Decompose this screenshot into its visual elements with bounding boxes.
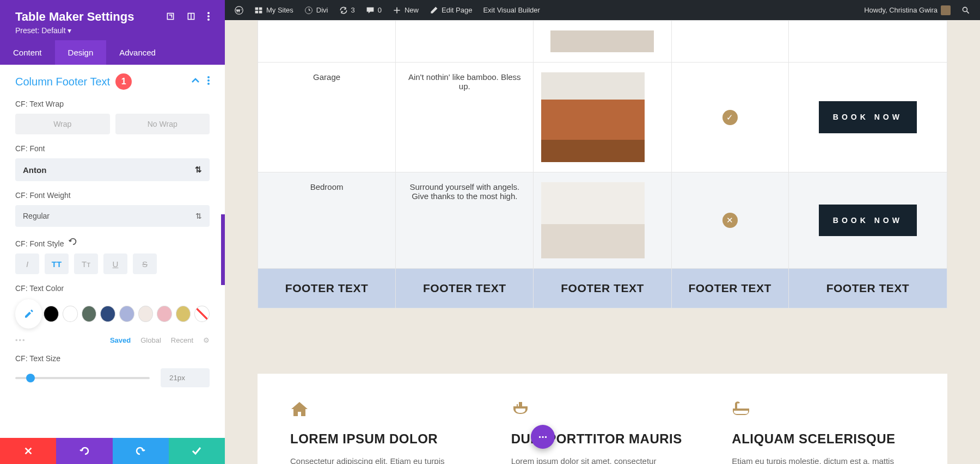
book-now-button[interactable]: BOOK NOW bbox=[819, 205, 917, 236]
panel-tabs: Content Design Advanced bbox=[0, 40, 225, 65]
section-menu-icon[interactable] bbox=[207, 76, 210, 87]
preset-label[interactable]: Preset: Default ▾ bbox=[15, 26, 210, 35]
color-swatch[interactable] bbox=[100, 306, 115, 322]
expand-icon[interactable] bbox=[166, 12, 175, 22]
book-now-button[interactable]: BOOK NOW bbox=[819, 101, 917, 133]
menu-icon[interactable] bbox=[207, 12, 210, 22]
search-toggle[interactable] bbox=[956, 0, 976, 20]
wp-logo[interactable] bbox=[229, 0, 249, 20]
color-swatch[interactable] bbox=[157, 306, 172, 322]
exit-visual-builder-link[interactable]: Exit Visual Builder bbox=[477, 0, 546, 20]
table-row: Garage Ain't nothin' like bamboo. Bless … bbox=[258, 63, 947, 172]
label-font-style: CF: Font Style bbox=[15, 237, 210, 248]
label-text-wrap: CF: Text Wrap bbox=[15, 100, 210, 108]
more-dots-icon[interactable]: ••• bbox=[15, 336, 26, 344]
panel-header: Table Maker Settings Preset: Default ▾ bbox=[0, 0, 225, 40]
smallcaps-button[interactable]: Tт bbox=[74, 253, 98, 274]
undo-button[interactable] bbox=[56, 438, 112, 464]
blurb-text: Lorem ipsum dolor sit amet, consectetur … bbox=[511, 454, 694, 464]
nowrap-button[interactable]: No Wrap bbox=[115, 114, 210, 134]
blurb-text: Etiam eu turpis molestie, dictum est a, … bbox=[732, 454, 915, 464]
svg-point-6 bbox=[207, 12, 210, 14]
wrap-button[interactable]: Wrap bbox=[15, 114, 110, 134]
color-tab-saved[interactable]: Saved bbox=[110, 336, 131, 344]
comment-icon bbox=[366, 6, 375, 15]
check-icon: ✓ bbox=[722, 110, 738, 125]
panel-body: Column Footer Text 1 CF: Text Wrap Wrap … bbox=[0, 65, 225, 438]
cell-desc: Ain't nothin' like bamboo. Bless up. bbox=[396, 63, 534, 172]
footer-cell: FOOTER TEXT bbox=[534, 269, 671, 308]
color-tab-recent[interactable]: Recent bbox=[171, 336, 193, 344]
color-swatch[interactable] bbox=[44, 306, 59, 322]
table-row bbox=[258, 21, 947, 63]
slider-thumb[interactable] bbox=[26, 374, 35, 382]
eyedropper-button[interactable] bbox=[15, 299, 42, 329]
blurb: LOREM IPSUM DOLOR Consectetur adipiscing… bbox=[290, 401, 473, 464]
my-sites-link[interactable]: My Sites bbox=[249, 0, 299, 20]
howdy-user[interactable]: Howdy, Christina Gwira bbox=[859, 0, 956, 20]
svg-point-11 bbox=[207, 83, 210, 85]
reset-icon[interactable] bbox=[68, 237, 78, 246]
font-select[interactable]: Anton⇅ bbox=[15, 158, 210, 181]
svg-point-10 bbox=[207, 79, 210, 82]
color-swatch[interactable] bbox=[138, 306, 154, 322]
color-tab-global[interactable]: Global bbox=[140, 336, 161, 344]
color-swatch-none[interactable] bbox=[194, 306, 210, 322]
comments-link[interactable]: 0 bbox=[360, 0, 387, 20]
label-text-size: CF: Text Size bbox=[15, 354, 210, 363]
save-button[interactable] bbox=[169, 438, 225, 464]
panel-footer bbox=[0, 438, 225, 464]
color-swatch[interactable] bbox=[63, 306, 78, 322]
tab-content[interactable]: Content bbox=[0, 40, 55, 65]
cancel-button[interactable] bbox=[0, 438, 56, 464]
blurb: ALIQUAM SCELERISQUE Etiam eu turpis mole… bbox=[732, 401, 915, 464]
new-link[interactable]: New bbox=[387, 0, 424, 20]
tab-design[interactable]: Design bbox=[55, 40, 107, 65]
strikethrough-button[interactable]: S bbox=[133, 253, 157, 274]
floating-action-button[interactable]: ··· bbox=[531, 425, 555, 449]
settings-panel: Table Maker Settings Preset: Default ▾ C… bbox=[0, 0, 225, 464]
search-icon bbox=[961, 6, 970, 15]
avatar bbox=[941, 5, 951, 15]
footer-cell: FOOTER TEXT bbox=[788, 269, 947, 308]
image-placeholder bbox=[541, 72, 645, 162]
image-placeholder bbox=[541, 182, 645, 258]
color-swatch[interactable] bbox=[176, 306, 191, 322]
gear-icon[interactable]: ⚙ bbox=[203, 336, 210, 344]
updates-link[interactable]: 3 bbox=[334, 0, 360, 20]
tab-advanced[interactable]: Advanced bbox=[106, 40, 169, 65]
site-divi-link[interactable]: Divi bbox=[299, 0, 334, 20]
cell-name: Garage bbox=[258, 63, 396, 172]
svg-rect-3 bbox=[167, 13, 173, 19]
footer-cell: FOOTER TEXT bbox=[396, 269, 534, 308]
sink-icon bbox=[511, 401, 694, 422]
footer-cell: FOOTER TEXT bbox=[258, 269, 396, 308]
svg-point-2 bbox=[963, 7, 967, 11]
color-swatch[interactable] bbox=[119, 306, 134, 322]
uppercase-button[interactable]: TT bbox=[45, 253, 69, 274]
section-title: Column Footer Text bbox=[15, 76, 110, 88]
collapse-icon[interactable] bbox=[191, 76, 200, 87]
edit-page-link[interactable]: Edit Page bbox=[424, 0, 477, 20]
refresh-icon bbox=[339, 6, 348, 15]
underline-button[interactable]: U bbox=[103, 253, 127, 274]
page-preview: Garage Ain't nothin' like bamboo. Bless … bbox=[225, 20, 980, 464]
wordpress-icon bbox=[235, 6, 243, 15]
size-slider[interactable] bbox=[15, 377, 150, 379]
italic-button[interactable]: I bbox=[15, 253, 39, 274]
responsive-icon[interactable] bbox=[187, 12, 195, 22]
font-weight-select[interactable]: Regular⇅ bbox=[15, 205, 210, 227]
chevron-updown-icon: ⇅ bbox=[195, 212, 202, 220]
section-badge: 1 bbox=[115, 73, 132, 90]
cell-name: Bedroom bbox=[258, 172, 396, 269]
label-text-color: CF: Text Color bbox=[15, 284, 210, 293]
image-placeholder bbox=[550, 30, 654, 52]
redo-button[interactable] bbox=[113, 438, 169, 464]
color-swatch[interactable] bbox=[82, 306, 97, 322]
svg-point-8 bbox=[207, 18, 210, 21]
table-preview: Garage Ain't nothin' like bamboo. Bless … bbox=[258, 20, 947, 308]
scrollbar-thumb[interactable] bbox=[221, 214, 225, 285]
size-input[interactable] bbox=[161, 368, 210, 387]
wp-admin-bar: My Sites Divi 3 0 New Edit Page Exit Vis… bbox=[225, 0, 980, 20]
svg-point-7 bbox=[207, 15, 210, 17]
